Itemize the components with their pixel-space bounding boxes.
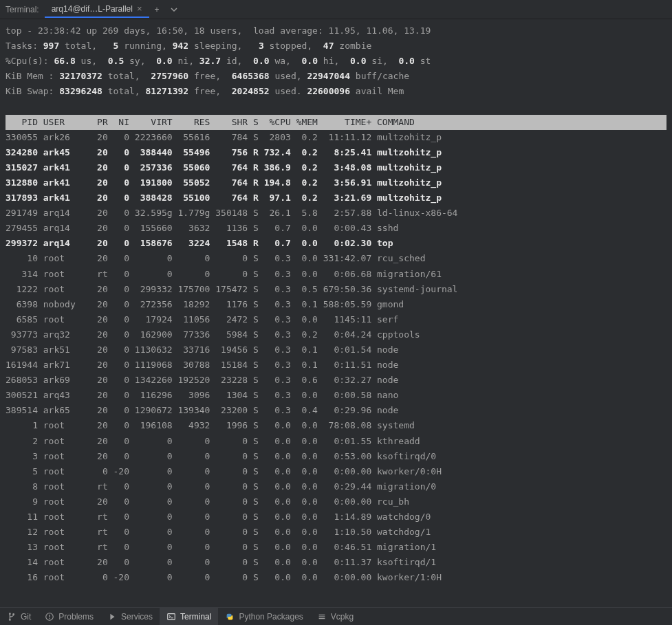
tool-vcpkg-label: Vcpkg <box>331 612 354 622</box>
process-row: 324280 ark45 20 0 388440 55496 756 R 732… <box>6 147 442 157</box>
process-row: 330055 ark26 20 0 2223660 55616 784 S 28… <box>6 132 442 142</box>
add-tab-button[interactable]: + <box>149 2 165 17</box>
tab-more-button[interactable] <box>165 3 183 16</box>
svg-rect-4 <box>50 614 50 617</box>
process-row: 9 root 20 0 0 0 0 S 0.0 0.0 0:00.00 rcu_… <box>6 496 409 507</box>
process-row: 312880 ark41 20 0 191800 55052 764 R 194… <box>6 177 442 188</box>
top-cpu-line: %Cpu(s): 66.8 us, 0.5 sy, 0.0 ni, 32.7 i… <box>6 56 431 66</box>
process-row: 12 root rt 0 0 0 0 S 0.0 0.0 1:10.50 wat… <box>6 527 431 537</box>
process-row: 1222 root 20 0 299332 175700 175472 S 0.… <box>6 284 457 294</box>
top-tasks-line: Tasks: 997 total, 5 running, 942 sleepin… <box>6 41 371 51</box>
process-row: 279455 arq14 20 0 155660 3632 1136 S 0.7… <box>6 223 398 233</box>
top-summary-line: top - 23:38:42 up 269 days, 16:50, 18 us… <box>6 25 431 36</box>
process-row: 315027 ark41 20 0 257336 55060 764 R 386… <box>6 162 442 173</box>
process-row: 97583 ark51 20 0 1130632 33716 19456 S 0… <box>6 344 398 355</box>
list-icon <box>317 612 327 622</box>
terminal-label: Terminal: <box>6 5 39 14</box>
process-row: 314 root rt 0 0 0 0 S 0.3 0.0 0:06.68 mi… <box>6 269 442 279</box>
process-row: 10 root 20 0 0 0 0 S 0.3 0.0 331:42.07 r… <box>6 253 425 263</box>
process-row: 6398 nobody 20 0 272356 18292 1176 S 0.3… <box>6 299 404 309</box>
process-row: 16 root 0 -20 0 0 0 S 0.0 0.0 0:00.00 kw… <box>6 572 442 582</box>
tool-terminal-button[interactable]: Terminal <box>160 608 218 625</box>
close-icon[interactable]: × <box>137 3 142 14</box>
svg-rect-6 <box>168 613 175 619</box>
terminal-output[interactable]: top - 23:38:42 up 269 days, 16:50, 18 us… <box>0 19 672 607</box>
process-row: 11 root rt 0 0 0 0 S 0.0 0.0 1:14.89 wat… <box>6 512 431 522</box>
git-branch-icon <box>7 612 17 622</box>
tool-python-packages-label: Python Packages <box>239 612 303 622</box>
top-column-header: PID USER PR NI VIRT RES SHR S %CPU %MEM … <box>6 115 666 130</box>
svg-rect-5 <box>50 617 50 618</box>
tool-vcpkg-button[interactable]: Vcpkg <box>310 608 360 625</box>
play-icon <box>107 612 117 622</box>
python-icon <box>225 612 235 622</box>
svg-point-0 <box>9 613 11 615</box>
process-row: 161944 ark71 20 0 1119068 30788 15184 S … <box>6 360 398 370</box>
process-row: 299372 arq14 20 0 158676 3224 1548 R 0.7… <box>6 238 393 248</box>
tool-git-label: Git <box>21 612 31 622</box>
process-row: 13 root rt 0 0 0 0 S 0.0 0.0 0:46.51 mig… <box>6 542 436 552</box>
terminal-tab-title: arq14@dif…L-Parallel <box>52 4 133 14</box>
process-row: 14 root 20 0 0 0 0 S 0.0 0.0 0:11.37 kso… <box>6 557 436 567</box>
top-swap-line: KiB Swap: 83296248 total, 81271392 free,… <box>6 86 404 96</box>
process-row: 6585 root 20 0 17924 11056 2472 S 0.3 0.… <box>6 314 398 325</box>
warning-icon <box>45 612 54 622</box>
terminal-tab-bar: Terminal: arq14@dif…L-Parallel × + <box>0 0 672 19</box>
tool-services-label: Services <box>121 612 153 622</box>
tool-services-button[interactable]: Services <box>100 608 160 625</box>
process-row: 317893 ark41 20 0 388428 55100 764 R 97.… <box>6 193 442 203</box>
svg-point-2 <box>12 613 14 615</box>
process-row: 5 root 0 -20 0 0 0 S 0.0 0.0 0:00.00 kwo… <box>6 466 442 476</box>
terminal-icon <box>166 612 176 622</box>
terminal-tab-active[interactable]: arq14@dif…L-Parallel × <box>45 1 149 18</box>
process-row: 389514 ark65 20 0 1290672 139340 23200 S… <box>6 405 398 415</box>
tool-problems-label: Problems <box>58 612 94 622</box>
process-row: 3 root 20 0 0 0 0 S 0.0 0.0 0:53.00 ksof… <box>6 451 436 461</box>
top-mem-line: KiB Mem : 32170372 total, 2757960 free, … <box>6 71 409 81</box>
process-row: 1 root 20 0 196108 4932 1996 S 0.0 0.0 7… <box>6 420 415 430</box>
tool-terminal-label: Terminal <box>180 612 211 622</box>
process-row: 8 root rt 0 0 0 0 S 0.0 0.0 0:29.44 migr… <box>6 481 436 492</box>
chevron-down-icon <box>171 6 177 13</box>
process-row: 93773 arq32 20 0 162900 77336 5984 S 0.3… <box>6 329 420 340</box>
ide-bottom-toolbar: Git Problems Services Terminal Python Pa… <box>0 607 672 625</box>
tool-git-button[interactable]: Git <box>0 608 38 625</box>
tool-python-packages-button[interactable]: Python Packages <box>218 608 310 625</box>
tool-problems-button[interactable]: Problems <box>38 608 100 625</box>
process-row: 300521 arq43 20 0 116296 3096 1304 S 0.3… <box>6 390 398 400</box>
process-row: 291749 arq14 20 0 32.595g 1.779g 350148 … <box>6 208 457 218</box>
process-row: 2 root 20 0 0 0 0 S 0.0 0.0 0:01.55 kthr… <box>6 436 420 446</box>
svg-point-1 <box>9 618 11 620</box>
process-row: 268053 ark69 20 0 1342260 192520 23228 S… <box>6 375 398 385</box>
